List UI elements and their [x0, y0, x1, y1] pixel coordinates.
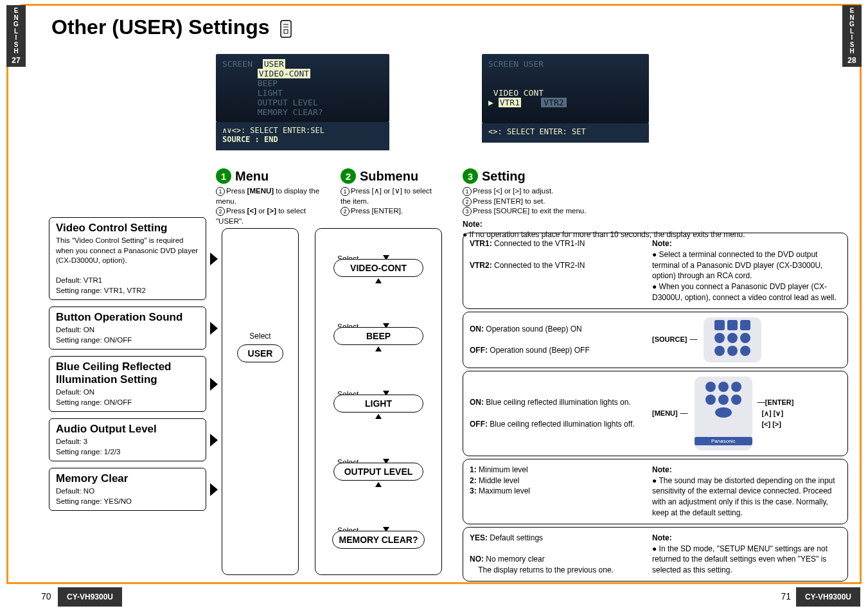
t: [>]	[267, 207, 276, 215]
hint-line1: ∧∨<>: SELECT ENTER:SEL	[222, 126, 324, 135]
note-text: When you connect a Panasonic DVD player …	[652, 282, 837, 302]
step-2-title: Submenu	[360, 169, 418, 184]
opt-label: NO:	[470, 555, 484, 564]
detail-beep: ON: Operation sound (Beep) ON OFF: Opera…	[463, 312, 848, 368]
key-updown-label: [∧] [∨]	[761, 409, 783, 417]
t: [MENU]	[247, 187, 274, 195]
btn-icon	[705, 382, 716, 392]
btn-icon	[740, 333, 750, 343]
screen-item: MEMORY CLEAR?	[258, 107, 323, 117]
chevron-right-icon	[210, 378, 218, 391]
note-label: Note:	[652, 533, 672, 542]
step-3-badge: 3	[463, 168, 478, 184]
sec-range: Setting range: ON/OFF	[56, 336, 132, 344]
page-number-left: 70	[41, 591, 51, 601]
substep-icon: 2	[463, 197, 472, 206]
btn-icon	[718, 382, 729, 392]
screen-item: OUTPUT LEVEL	[258, 98, 318, 107]
section-video-control: Video Control Setting This "Video Contro…	[49, 217, 206, 300]
sec-default: Default: ON	[56, 326, 94, 333]
pill-output-level: OUTPUT LEVEL	[333, 463, 423, 481]
opt-label: 3:	[470, 486, 477, 495]
opt-text: Operation sound (Beep) OFF	[488, 346, 590, 355]
pill-light: LIGHT	[333, 395, 423, 413]
step-1-badge: 1	[216, 168, 231, 184]
arrow-up-icon	[375, 278, 382, 283]
sec-body: This "Video Control Setting" is required…	[56, 236, 198, 264]
substep-1-icon: 1	[341, 187, 350, 196]
sec-title: Button Operation Sound	[56, 311, 199, 324]
left-lcd-screen: SCREEN USER VIDEO-CONT BEEP LIGHT OUTPUT…	[216, 54, 389, 150]
page-title: Other (USER) Settings	[51, 15, 292, 43]
submenu-step: 2 Submenu 1Press [∧] or [∨] to select th…	[341, 168, 443, 217]
t: or	[258, 207, 267, 215]
btn-icon	[718, 395, 729, 405]
user-flow-box: Select USER	[222, 228, 299, 575]
btn-icon	[705, 395, 716, 405]
opt-text: Operation sound (Beep) ON	[484, 324, 582, 333]
note-label: Note:	[463, 220, 483, 229]
page-number-right: 71	[781, 591, 791, 601]
t: Press [SOURCE] to exit the menu.	[473, 207, 586, 215]
substep-icon: 3	[463, 207, 472, 216]
hint-line2: SOURCE : END	[222, 135, 278, 144]
detail-memory-clear: YES: Default settings NO: No memory clea…	[463, 527, 848, 582]
sec-default: Default: 3	[56, 438, 87, 445]
substep-2-icon: 2	[216, 207, 225, 216]
sec-title: Video Control Setting	[56, 222, 199, 235]
opt-label: YES:	[470, 533, 488, 542]
chevron-right-icon	[210, 483, 218, 496]
substep-icon: 1	[463, 187, 472, 196]
btn-icon	[714, 333, 725, 343]
section-audio-output: Audio Output Level Default: 3 Setting ra…	[49, 418, 206, 461]
tab-num-right: 28	[842, 57, 862, 65]
opt-label: ON:	[470, 324, 484, 333]
brand-label: Panasonic	[695, 437, 752, 445]
sec-range: Setting range: ON/OFF	[56, 398, 132, 406]
menu-step: 1 Menu 1Press [MENU] to display the menu…	[216, 168, 329, 226]
pill-video-cont: VIDEO-CONT	[333, 259, 423, 277]
step-3-title: Setting	[482, 169, 526, 184]
opt-text: No memory clear	[484, 555, 545, 564]
btn-icon	[740, 346, 750, 356]
opt-label: 1:	[470, 465, 477, 474]
opt-text: Maximum level	[477, 486, 530, 495]
opt-text: Default settings	[488, 533, 543, 542]
svg-rect-0	[281, 21, 291, 37]
model-label-left: CY-VH9300U	[58, 587, 122, 607]
opt-text: Middle level	[477, 476, 520, 485]
remote-top-icon	[704, 317, 761, 362]
svg-rect-3	[284, 30, 288, 33]
sec-title: Audio Output Level	[56, 423, 199, 436]
detail-light: ON: Blue ceiling reflected illumination …	[463, 371, 848, 456]
opt-subtext: The display returns to the previous one.	[478, 565, 614, 574]
opt-label: VTR2:	[470, 261, 492, 270]
tab-num-left: 27	[6, 57, 26, 65]
step-1-title: Menu	[235, 169, 269, 184]
screen-item: BEEP	[258, 78, 278, 88]
note-text: The sound may be distorted depending on …	[652, 476, 835, 517]
t: Press [<] or [>] to adjust.	[473, 187, 553, 195]
lang-label: ENGLISH	[849, 7, 855, 55]
screen-hint: ∧∨<>: SELECT ENTER:SEL SOURCE : END	[216, 122, 389, 150]
substep-1-icon: 1	[216, 187, 225, 196]
t: Press	[226, 187, 247, 195]
menu-btn-icon	[715, 407, 732, 418]
pill-memory-clear: MEMORY CLEAR?	[332, 531, 425, 549]
hint-line: <>: SELECT ENTER: SET	[488, 127, 586, 136]
opt-text: Blue ceiling reflected illumination ligh…	[484, 398, 631, 407]
user-pill: USER	[237, 344, 284, 362]
sec-default: Default: ON	[56, 388, 94, 396]
sec-title: Blue Ceiling Reflected Illumination Sett…	[56, 360, 199, 386]
detail-output-level: 1: Minimum level 2: Middle level 3: Maxi…	[463, 459, 848, 524]
btn-icon	[727, 346, 738, 356]
note-text: Select a terminal connected to the DVD o…	[652, 250, 822, 281]
sec-range: Setting range: 1/2/3	[56, 448, 120, 456]
opt-text: Connected to the VTR2-IN	[492, 261, 585, 270]
chevron-right-icon	[210, 434, 218, 447]
t: Press [ENTER].	[351, 207, 403, 215]
screen-header: SCREEN	[222, 59, 252, 69]
opt-text: Minimum level	[477, 465, 528, 474]
screen-content: SCREEN USER VIDEO-CONT BEEP LIGHT OUTPUT…	[216, 54, 389, 122]
opt-text: Connected to the VTR1-IN	[492, 239, 585, 248]
